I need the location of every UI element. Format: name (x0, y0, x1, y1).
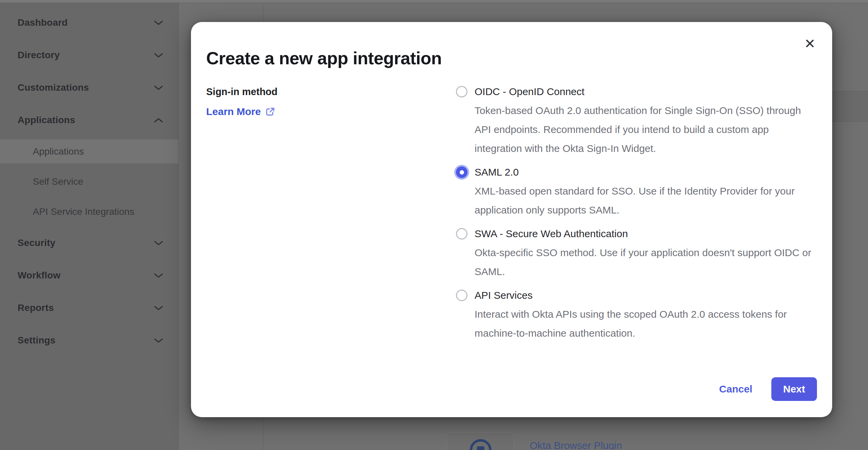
sidebar-item-label: Reports (18, 302, 54, 313)
option-label: API Services (475, 286, 817, 305)
cancel-button[interactable]: Cancel (719, 383, 752, 395)
chevron-down-icon (154, 305, 163, 311)
radio-option-saml[interactable]: SAML 2.0 XML-based open standard for SSO… (455, 163, 817, 220)
learn-more-label: Learn More (206, 106, 261, 117)
signin-method-label: Sign-in method (206, 82, 455, 101)
option-label: OIDC - OpenID Connect (475, 82, 817, 101)
signin-method-options: OIDC - OpenID Connect Token-based OAuth … (455, 82, 817, 347)
option-label: SAML 2.0 (475, 163, 817, 182)
sidebar-item-customizations[interactable]: Customizations (0, 71, 178, 104)
sidebar-item-security[interactable]: Security (0, 227, 178, 259)
sidebar-item-label: Applications (18, 115, 75, 126)
sidebar-item-label: Workflow (18, 270, 61, 281)
radio-icon[interactable] (456, 86, 467, 97)
sidebar-subitem-label: Self Service (33, 176, 83, 187)
sidebar-item-label: Dashboard (18, 17, 68, 28)
sidebar-subitem-applications[interactable]: Applications (0, 139, 178, 163)
okta-browser-plugin-icon (470, 439, 491, 450)
chevron-down-icon (154, 52, 163, 58)
browser-plugin-card (447, 432, 514, 450)
sidebar-item-dashboard[interactable]: Dashboard (0, 6, 178, 39)
sidebar-item-label: Customizations (18, 82, 89, 93)
radio-option-oidc[interactable]: OIDC - OpenID Connect Token-based OAuth … (455, 82, 817, 158)
sidebar-item-label: Security (18, 238, 55, 248)
chevron-down-icon (154, 85, 163, 91)
radio-icon[interactable] (456, 166, 467, 178)
radio-icon[interactable] (456, 290, 467, 301)
chevron-down-icon (154, 338, 163, 343)
chevron-down-icon (154, 273, 163, 278)
chevron-down-icon (154, 20, 163, 26)
close-icon[interactable]: ✕ (801, 35, 819, 52)
sidebar-item-workflow[interactable]: Workflow (0, 259, 178, 292)
top-nav-remnant (0, 0, 868, 3)
sidebar-subitem-label: API Service Integrations (33, 206, 134, 217)
option-description: XML-based open standard for SSO. Use if … (475, 182, 817, 220)
sidebar-subitem-self-service[interactable]: Self Service (0, 166, 178, 197)
dialog-title: Create a new app integration (206, 48, 817, 69)
sidebar-item-settings[interactable]: Settings (0, 324, 178, 357)
sidebar-item-label: Directory (18, 50, 60, 61)
sidebar: Dashboard Directory Customizations Appli… (0, 3, 179, 450)
next-button[interactable]: Next (771, 377, 817, 401)
learn-more-link[interactable]: Learn More (206, 106, 275, 117)
sidebar-subitem-api-service-integrations[interactable]: API Service Integrations (0, 197, 178, 227)
okta-browser-plugin-link[interactable]: Okta Browser Plugin (530, 440, 622, 450)
radio-option-api-services[interactable]: API Services Interact with Okta APIs usi… (455, 286, 817, 343)
radio-icon[interactable] (456, 228, 467, 240)
option-label: SWA - Secure Web Authentication (475, 224, 817, 243)
sidebar-item-reports[interactable]: Reports (0, 292, 178, 324)
option-description: Okta-specific SSO method. Use if your ap… (475, 243, 817, 281)
sidebar-item-label: Settings (18, 335, 55, 346)
external-link-icon (265, 107, 275, 117)
option-description: Interact with Okta APIs using the scoped… (475, 305, 817, 343)
option-description: Token-based OAuth 2.0 authentication for… (475, 101, 817, 158)
chevron-up-icon (154, 117, 163, 123)
sidebar-item-applications[interactable]: Applications (0, 104, 178, 136)
radio-option-swa[interactable]: SWA - Secure Web Authentication Okta-spe… (455, 224, 817, 281)
sidebar-subitem-label: Applications (33, 146, 84, 157)
sidebar-item-directory[interactable]: Directory (0, 39, 178, 71)
dialog-footer: Cancel Next (719, 377, 817, 401)
create-app-integration-dialog: ✕ Create a new app integration Sign-in m… (191, 22, 832, 417)
chevron-down-icon (154, 240, 163, 246)
